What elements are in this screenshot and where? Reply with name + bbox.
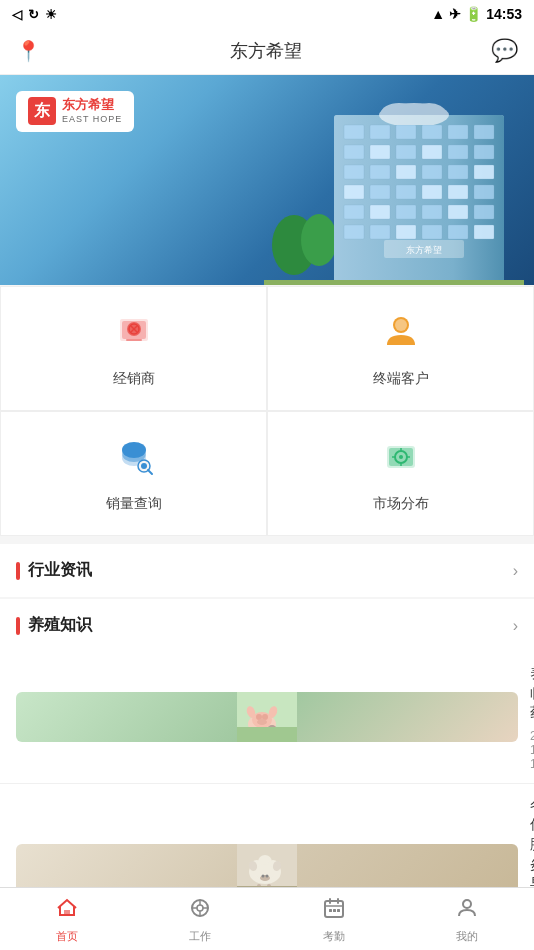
location-icon[interactable]: 📍 xyxy=(16,39,41,63)
hero-banner: 东 东方希望 EAST HOPE xyxy=(0,75,534,285)
svg-rect-7 xyxy=(422,125,442,139)
svg-rect-13 xyxy=(422,145,442,159)
knowledge-section-header[interactable]: 养殖知识 › xyxy=(0,599,534,652)
grid-item-sales[interactable]: 销量查询 xyxy=(0,411,267,536)
svg-point-45 xyxy=(413,103,445,121)
home-tab-icon xyxy=(55,896,79,926)
logo-sub-text: EAST HOPE xyxy=(62,114,122,126)
svg-rect-15 xyxy=(474,145,494,159)
svg-rect-24 xyxy=(396,185,416,199)
svg-point-118 xyxy=(463,900,471,908)
signal-icon: ◁ xyxy=(12,7,22,22)
grid-item-market[interactable]: 市场分布 xyxy=(267,411,534,536)
svg-rect-21 xyxy=(474,165,494,179)
svg-rect-6 xyxy=(396,125,416,139)
logo-icon: 东 xyxy=(28,97,56,125)
knowledge-section-title: 养殖知识 xyxy=(16,615,92,636)
tab-home[interactable]: 首页 xyxy=(0,888,134,950)
market-icon xyxy=(379,434,423,487)
knowledge-arrow-icon: › xyxy=(513,617,518,635)
tab-work-label: 工作 xyxy=(189,929,211,944)
svg-point-44 xyxy=(381,103,417,123)
sales-icon xyxy=(112,434,156,487)
tab-mine[interactable]: 我的 xyxy=(401,888,535,950)
sales-label: 销量查询 xyxy=(106,495,162,513)
clock: 14:53 xyxy=(486,6,522,22)
grid-item-dealer[interactable]: 经销商 xyxy=(0,286,267,411)
svg-rect-23 xyxy=(370,185,390,199)
svg-rect-104 xyxy=(64,910,70,915)
logo-text: 东方希望 EAST HOPE xyxy=(62,97,122,126)
svg-point-74 xyxy=(257,719,267,725)
attendance-tab-icon xyxy=(322,896,346,926)
industry-section-header[interactable]: 行业资讯 › xyxy=(0,544,534,597)
svg-rect-22 xyxy=(344,185,364,199)
svg-rect-11 xyxy=(370,145,390,159)
industry-title-bar xyxy=(16,562,20,580)
knowledge-title-bar xyxy=(16,617,20,635)
industry-section-title: 行业资讯 xyxy=(16,560,92,581)
svg-rect-115 xyxy=(329,909,332,912)
svg-point-88 xyxy=(260,875,270,881)
svg-rect-42 xyxy=(264,280,524,285)
grid-item-customer[interactable]: 终端客户 xyxy=(267,286,534,411)
svg-rect-8 xyxy=(448,125,468,139)
tab-attendance-label: 考勤 xyxy=(323,929,345,944)
svg-rect-34 xyxy=(344,225,364,239)
status-left-icons: ◁ ↻ ☀ xyxy=(12,7,57,22)
svg-line-60 xyxy=(148,470,152,474)
svg-rect-117 xyxy=(337,909,340,912)
customer-label: 终端客户 xyxy=(373,370,429,388)
svg-point-106 xyxy=(197,905,203,911)
svg-rect-116 xyxy=(333,909,336,912)
company-logo: 东 东方希望 EAST HOPE xyxy=(16,91,134,132)
tab-home-label: 首页 xyxy=(56,929,78,944)
news-item-1[interactable]: 养猪场临床用药原则 2021-11-17 16:39:16 xyxy=(0,652,534,784)
news-content-1: 养猪场临床用药原则 2021-11-17 16:39:16 xyxy=(530,664,534,771)
work-tab-icon xyxy=(188,896,212,926)
svg-point-64 xyxy=(399,455,403,459)
svg-rect-29 xyxy=(370,205,390,219)
tab-mine-label: 我的 xyxy=(456,929,478,944)
svg-rect-38 xyxy=(448,225,468,239)
svg-rect-9 xyxy=(474,125,494,139)
cloud-decoration xyxy=(374,95,454,125)
industry-title-text: 行业资讯 xyxy=(28,560,92,581)
brightness-icon: ☀ xyxy=(45,7,57,22)
svg-rect-27 xyxy=(474,185,494,199)
knowledge-title-text: 养殖知识 xyxy=(28,615,92,636)
svg-rect-30 xyxy=(396,205,416,219)
svg-rect-31 xyxy=(422,205,442,219)
industry-arrow-icon: › xyxy=(513,562,518,580)
svg-rect-79 xyxy=(237,727,297,742)
battery-icon: 🔋 xyxy=(465,6,482,22)
svg-rect-18 xyxy=(396,165,416,179)
svg-rect-25 xyxy=(422,185,442,199)
svg-rect-14 xyxy=(448,145,468,159)
svg-rect-10 xyxy=(344,145,364,159)
svg-rect-19 xyxy=(422,165,442,179)
svg-rect-17 xyxy=(370,165,390,179)
svg-rect-36 xyxy=(396,225,416,239)
svg-rect-32 xyxy=(448,205,468,219)
svg-point-54 xyxy=(395,319,407,331)
airplane-icon: ✈ xyxy=(449,6,461,22)
svg-rect-4 xyxy=(344,125,364,139)
news-title-2: 冬季羊传染性胸膜肺炎防控早知道 xyxy=(530,796,534,894)
status-right-icons: ▲ ✈ 🔋 14:53 xyxy=(431,6,522,22)
svg-point-89 xyxy=(262,874,265,877)
mine-tab-icon xyxy=(455,896,479,926)
svg-rect-5 xyxy=(370,125,390,139)
svg-rect-12 xyxy=(396,145,416,159)
rotate-icon: ↻ xyxy=(28,7,39,22)
tab-attendance[interactable]: 考勤 xyxy=(267,888,401,950)
tab-work[interactable]: 工作 xyxy=(134,888,268,950)
message-icon[interactable]: 💬 xyxy=(491,38,518,64)
page-title: 东方希望 xyxy=(230,39,302,63)
svg-point-1 xyxy=(301,214,337,266)
wifi-icon: ▲ xyxy=(431,6,445,22)
svg-point-57 xyxy=(122,442,146,458)
customer-icon xyxy=(379,309,423,362)
svg-rect-16 xyxy=(344,165,364,179)
dealer-label: 经销商 xyxy=(113,370,155,388)
